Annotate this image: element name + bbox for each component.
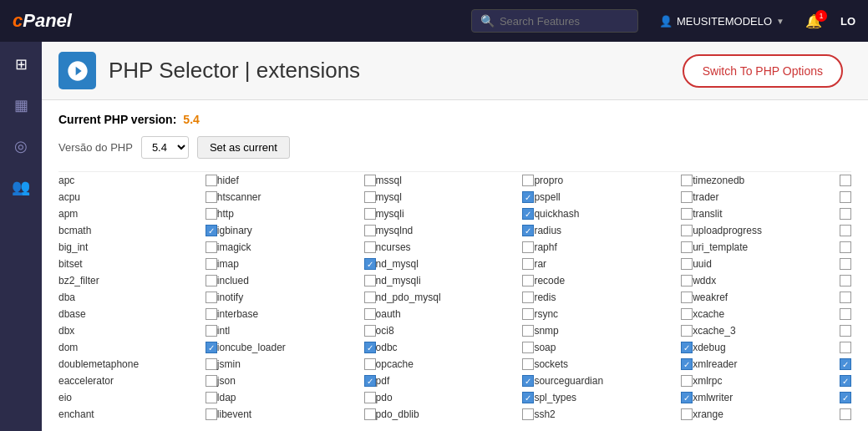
extension-checkbox[interactable]: ✓ [522,375,534,387]
extension-checkbox[interactable] [840,308,851,320]
extension-checkbox[interactable]: ✓ [522,191,534,203]
user-menu[interactable]: 👤 MEUSITEMODELO ▼ [659,15,784,28]
extension-checkbox[interactable]: ✓ [522,392,534,403]
extension-checkbox[interactable]: ✓ [840,392,851,403]
set-as-current-button[interactable]: Set as current [197,136,290,159]
extension-checkbox[interactable] [364,241,376,253]
search-input[interactable] [500,15,625,28]
extension-checkbox[interactable]: ✓ [206,225,217,236]
extension-checkbox[interactable] [840,191,851,203]
sidebar-item-stats[interactable]: ▦ [5,91,37,119]
extension-checkbox[interactable] [681,175,693,186]
extension-checkbox[interactable]: ✓ [840,358,851,370]
extension-name: mysqlnd [376,225,518,236]
list-item: rar [534,256,693,272]
extension-checkbox[interactable]: ✓ [681,392,693,403]
php-version-select[interactable]: 5.4 5.5 5.6 7.0 7.1 7.2 [141,136,189,159]
extension-checkbox[interactable] [522,358,534,370]
extension-checkbox[interactable] [840,225,851,236]
extension-checkbox[interactable] [206,325,217,337]
extension-checkbox[interactable] [522,342,534,353]
extension-checkbox[interactable] [840,258,851,270]
extension-checkbox[interactable]: ✓ [681,342,693,353]
extension-checkbox[interactable] [522,241,534,253]
extension-checkbox[interactable] [364,208,376,220]
list-item: xcache [693,306,851,322]
extension-name: xmlwriter [693,392,835,403]
extension-checkbox[interactable] [522,275,534,286]
list-item: uuid [693,256,851,272]
extension-checkbox[interactable] [206,408,217,420]
sidebar-item-users[interactable]: 👥 [5,173,37,201]
extension-checkbox[interactable] [840,175,851,186]
extension-checkbox[interactable] [206,375,217,387]
extension-checkbox[interactable] [206,358,217,370]
extension-checkbox[interactable] [681,275,693,286]
extension-checkbox[interactable]: ✓ [206,342,217,353]
notification-bell[interactable]: 🔔 1 [805,13,822,29]
extension-checkbox[interactable] [681,258,693,270]
extension-checkbox[interactable] [840,241,851,253]
extension-checkbox[interactable] [840,208,851,220]
extension-checkbox[interactable]: ✓ [364,342,376,353]
extension-checkbox[interactable] [364,392,376,403]
extension-checkbox[interactable] [206,275,217,286]
extension-checkbox[interactable] [522,308,534,320]
extension-checkbox[interactable] [681,191,693,203]
extension-checkbox[interactable] [840,275,851,286]
extension-checkbox[interactable] [522,408,534,420]
extension-checkbox[interactable] [840,292,851,303]
extension-checkbox[interactable] [364,292,376,303]
extension-checkbox[interactable] [364,175,376,186]
list-item: bitset [58,256,217,272]
list-item: imagick [217,239,376,256]
extension-checkbox[interactable] [206,175,217,186]
search-bar[interactable]: 🔍 [471,9,638,33]
extension-checkbox[interactable] [840,408,851,420]
extension-checkbox[interactable] [206,191,217,203]
extension-checkbox[interactable]: ✓ [840,375,851,387]
extension-checkbox[interactable] [840,325,851,337]
extension-checkbox[interactable] [681,325,693,337]
extension-checkbox[interactable] [364,308,376,320]
extension-checkbox[interactable]: ✓ [364,375,376,387]
extension-checkbox[interactable] [522,325,534,337]
extension-name: xrange [693,408,835,420]
extension-checkbox[interactable]: ✓ [681,358,693,370]
extension-checkbox[interactable] [522,258,534,270]
extension-checkbox[interactable]: ✓ [364,258,376,270]
extension-checkbox[interactable] [522,292,534,303]
extension-checkbox[interactable] [364,408,376,420]
page-icon [58,52,96,89]
extension-checkbox[interactable] [206,258,217,270]
extension-checkbox[interactable] [681,408,693,420]
extension-checkbox[interactable] [364,358,376,370]
extension-checkbox[interactable] [206,241,217,253]
extension-checkbox[interactable] [206,392,217,403]
extension-checkbox[interactable] [681,225,693,236]
extension-checkbox[interactable] [364,191,376,203]
list-item: xcache_3 [693,322,851,339]
extension-checkbox[interactable] [206,292,217,303]
extension-checkbox[interactable] [522,175,534,186]
extension-checkbox[interactable] [681,375,693,387]
extension-checkbox[interactable] [681,208,693,220]
extension-checkbox[interactable] [364,275,376,286]
extension-checkbox[interactable] [364,225,376,236]
extension-name: timezonedb [693,175,835,186]
extension-checkbox[interactable] [681,308,693,320]
sidebar-item-themes[interactable]: ◎ [5,132,37,160]
list-item: mysql✓ [376,189,535,205]
list-item: pdf✓ [376,373,535,389]
switch-to-php-options-button[interactable]: Switch To PHP Options [683,54,843,88]
sidebar-item-home[interactable]: ⊞ [5,50,37,79]
extension-checkbox[interactable]: ✓ [522,208,534,220]
logout-button[interactable]: LO [840,15,855,28]
extension-checkbox[interactable] [206,308,217,320]
extension-checkbox[interactable] [681,241,693,253]
extension-checkbox[interactable] [206,208,217,220]
extension-checkbox[interactable] [364,325,376,337]
extension-checkbox[interactable] [681,292,693,303]
extension-checkbox[interactable]: ✓ [522,225,534,236]
extension-checkbox[interactable] [840,342,851,353]
